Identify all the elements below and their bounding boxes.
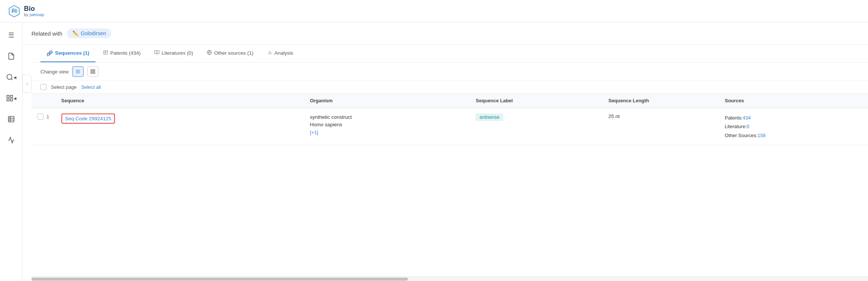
row-checkbox[interactable] [37, 114, 43, 120]
table-icon[interactable] [4, 112, 18, 126]
chevron-right-icon: › [26, 81, 28, 86]
tab-patents-label: Patents (434) [110, 50, 141, 56]
literature-count[interactable]: 0 [747, 124, 749, 129]
organism-more[interactable]: [+1] [310, 130, 318, 135]
seq-length-value: 25 nt [608, 114, 620, 119]
patents-icon [103, 50, 108, 56]
sequences-icon: 🧬 [46, 50, 53, 56]
svg-rect-25 [93, 72, 95, 73]
other-source: Other Sources:158 [725, 131, 862, 140]
tab-other-sources-label: Other sources (1) [214, 50, 254, 56]
view-list-button[interactable] [72, 66, 84, 77]
related-bar: Related with ✏️ Golodirsen [22, 22, 868, 45]
menu-icon[interactable]: ☰ [4, 28, 18, 42]
svg-point-0 [7, 75, 12, 79]
literature-source: Literature:0 [725, 122, 862, 131]
content-area: Related with ✏️ Golodirsen › 🧬 Sequences… [22, 22, 868, 281]
svg-rect-4 [7, 99, 9, 101]
col-header-num [31, 93, 55, 108]
organism-line-2: Homo sapiens [310, 121, 464, 129]
analysis-icon [267, 50, 272, 56]
select-all-button[interactable]: Select all [81, 84, 101, 90]
select-all-checkbox[interactable] [40, 84, 46, 90]
content-wrapper: › 🧬 Sequences (1) Patents (434) [22, 45, 868, 281]
svg-rect-24 [91, 72, 92, 73]
col-header-sequence: Sequence [55, 93, 304, 108]
grid-icon[interactable]: ◀ [4, 91, 18, 105]
other-label: Other Sources: [725, 133, 757, 138]
row-length: 25 nt [603, 108, 719, 145]
svg-rect-3 [10, 96, 12, 98]
document-icon[interactable] [4, 49, 18, 63]
top-header: Bio by patsnap [0, 0, 868, 22]
main-content: 🧬 Sequences (1) Patents (434) Literat [31, 45, 868, 281]
literatures-icon [154, 50, 160, 56]
other-sources-icon [207, 50, 212, 56]
svg-rect-5 [10, 99, 12, 101]
logo-text: Bio by patsnap [24, 5, 44, 17]
row-number: 1 [46, 114, 49, 120]
tab-patents[interactable]: Patents (434) [97, 45, 147, 62]
row-sources: Patents:434 Literature:0 Other Sources:1… [719, 108, 868, 145]
patents-count[interactable]: 434 [743, 115, 751, 121]
seq-code-link[interactable]: Seq Code 29924125 [61, 114, 115, 124]
svg-rect-22 [91, 70, 92, 71]
patents-label: Patents: [725, 115, 743, 121]
data-table: Sequence Organism Sequence Label Sequenc… [31, 93, 868, 145]
tab-analysis[interactable]: Analysis [261, 45, 299, 62]
patents-source: Patents:434 [725, 114, 862, 122]
tab-sequences-label: Sequences (1) [55, 50, 89, 56]
toolbar: Change view [31, 63, 868, 81]
horizontal-scrollbar[interactable] [31, 277, 868, 281]
svg-rect-6 [8, 117, 14, 122]
col-header-seq-label: Sequence Label [470, 93, 602, 108]
tag-icon: ✏️ [72, 30, 79, 36]
related-label: Related with [31, 30, 63, 37]
search-icon[interactable]: ◀ [4, 70, 18, 84]
scrollbar-thumb[interactable] [31, 278, 408, 281]
svg-line-1 [11, 79, 12, 80]
select-page-button[interactable]: Select page [51, 84, 77, 90]
tag-text: Golodirsen [81, 30, 106, 36]
tab-sequences[interactable]: 🧬 Sequences (1) [40, 45, 95, 62]
main-layout: ☰ ◀ ◀ Related with ✏️ Golodirsen [0, 22, 868, 281]
sidebar: ☰ ◀ ◀ [0, 22, 22, 281]
row-num: 1 [31, 108, 55, 145]
logo-bio-text: Bio [24, 5, 44, 13]
col-header-organism: Organism [304, 93, 470, 108]
tab-other-sources[interactable]: Other sources (1) [201, 45, 260, 62]
antisense-badge: antisense [476, 114, 503, 121]
collapse-button[interactable]: › [22, 75, 31, 93]
other-count[interactable]: 158 [758, 133, 766, 138]
tab-literatures[interactable]: Literatures (0) [148, 45, 199, 62]
col-header-sources: Sources [719, 93, 868, 108]
row-sequence: Seq Code 29924125 [55, 108, 304, 145]
row-organism: synthetic construct Homo sapiens [+1] [304, 108, 470, 145]
svg-rect-23 [93, 70, 95, 71]
svg-rect-2 [7, 96, 9, 98]
view-grid-button[interactable] [87, 66, 98, 77]
table-row: 1 Seq Code 29924125 synthetic construct [31, 108, 868, 145]
row-label: antisense [470, 108, 602, 145]
col-header-seq-length: Sequence Length [603, 93, 719, 108]
change-view-label: Change view [40, 69, 69, 75]
tools-icon[interactable] [4, 133, 18, 147]
tab-analysis-label: Analysis [274, 50, 293, 56]
logo-by-text: by patsnap [24, 12, 44, 17]
table-wrapper: Sequence Organism Sequence Label Sequenc… [31, 93, 868, 277]
tab-bar: 🧬 Sequences (1) Patents (434) Literat [31, 45, 868, 63]
literature-label: Literature: [725, 124, 747, 129]
select-bar: Select page Select all [31, 81, 868, 93]
logo-area: Bio by patsnap [7, 4, 44, 18]
tab-literatures-label: Literatures (0) [162, 50, 193, 56]
related-tag[interactable]: ✏️ Golodirsen [67, 28, 112, 38]
logo-svg [7, 4, 21, 18]
table-header-row: Sequence Organism Sequence Label Sequenc… [31, 93, 868, 108]
organism-line-1: synthetic construct [310, 114, 464, 121]
